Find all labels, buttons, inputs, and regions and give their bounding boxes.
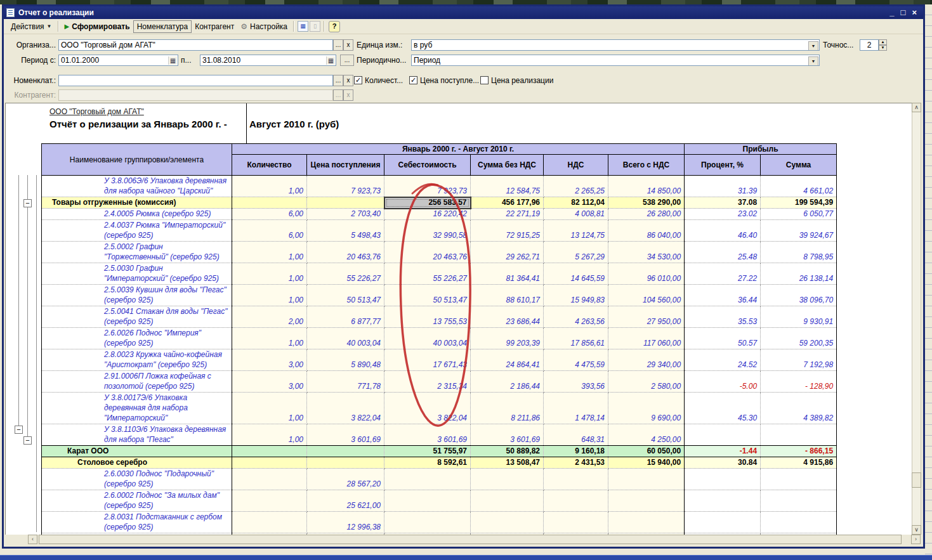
cell-pct[interactable]: 46.40 (685, 220, 761, 242)
settings-button[interactable]: ⚙ Настройка (237, 21, 291, 32)
cell-price[interactable]: 2 703,40 (307, 209, 384, 220)
generate-button[interactable]: ▶ Сформировать (62, 21, 133, 32)
cell-nds[interactable]: 4 263,56 (544, 306, 608, 328)
cell-pct[interactable]: 23.02 (685, 209, 761, 220)
cell-profit[interactable]: - 866,15 (761, 446, 837, 457)
unit-combo[interactable]: в руб ▼ (411, 39, 820, 51)
cell-sumwo[interactable]: 3 601,69 (471, 424, 544, 446)
cell-profit[interactable]: 26 138,14 (761, 263, 837, 285)
cell-price[interactable]: 40 003,04 (307, 328, 384, 349)
cell-price[interactable] (307, 197, 384, 209)
cell-profit[interactable]: - 128,90 (761, 371, 837, 393)
cell-qty[interactable] (232, 197, 307, 209)
nomenclature-picker-button[interactable]: ... (333, 75, 343, 86)
cell-cost[interactable] (384, 512, 471, 533)
cell-total[interactable]: 86 040,00 (608, 220, 685, 242)
cell-price[interactable]: 7 923,73 (307, 176, 384, 197)
cell-price[interactable]: 5 890,48 (307, 349, 384, 371)
row-name-cell[interactable]: 2.8.0031 Подстаканник с гербом (серебро … (42, 512, 232, 533)
cell-nds[interactable]: 4 008,81 (544, 209, 608, 220)
cell-total[interactable]: 4 250,00 (608, 424, 685, 446)
cell-sumwo[interactable]: 99 203,39 (471, 328, 544, 349)
cell-price[interactable]: 25 621,00 (307, 490, 384, 512)
cell-pct[interactable]: -1.44 (685, 446, 761, 457)
row-name-cell[interactable]: 2.5.0041 Стакан для воды "Пегас" (серебр… (42, 306, 232, 328)
help-button[interactable]: ? (329, 21, 340, 32)
cell-price[interactable] (307, 457, 384, 469)
cell-total[interactable]: 15 940,00 (608, 457, 685, 469)
cell-qty[interactable]: 2,00 (232, 306, 307, 328)
row-name-cell[interactable]: 2.6.0026 Поднос "Империя" (серебро 925) (42, 328, 232, 349)
titlebar[interactable]: Отчет о реализации _ □ × (4, 6, 923, 19)
copy-icon[interactable]: ▯ (310, 21, 320, 32)
cell-total[interactable]: 117 060,00 (608, 328, 685, 349)
spin-down-icon[interactable]: ▼ (879, 45, 887, 51)
cell-profit[interactable]: 59 200,35 (761, 328, 837, 349)
periodicity-combo[interactable]: Период ▼ (411, 55, 820, 66)
cell-sumwo[interactable]: 12 584,75 (471, 176, 544, 197)
cell-cost[interactable]: 20 463,76 (384, 242, 471, 263)
cell-profit[interactable]: 38 096,70 (761, 285, 837, 306)
table-settings-icon[interactable]: ▦ (298, 21, 308, 32)
cell-nds[interactable] (544, 469, 608, 490)
quantity-checkbox[interactable]: ✓ (354, 76, 362, 84)
cell-sumwo[interactable] (471, 490, 544, 512)
cell-sumwo[interactable]: 456 177,96 (471, 197, 544, 209)
cell-profit[interactable]: 199 594,39 (761, 197, 837, 209)
cell-profit[interactable]: 6 050,77 (761, 209, 837, 220)
horizontal-scrollbar[interactable]: ‹ › (5, 535, 921, 545)
cell-total[interactable]: 2 580,00 (608, 371, 685, 393)
cell-qty[interactable]: 3,00 (232, 349, 307, 371)
cell-price[interactable]: 3 822,04 (307, 393, 384, 424)
row-name-cell[interactable]: 2.5.0030 Графин "Императорский" (серебро… (42, 263, 232, 285)
price-out-checkbox[interactable] (480, 76, 489, 84)
calendar-icon[interactable]: ▦ (326, 56, 335, 65)
row-name-cell[interactable]: У 3.8.0017Э/6 Упаковка деревянная для на… (42, 393, 232, 424)
cell-pct[interactable] (685, 512, 761, 533)
cell-price[interactable]: 5 498,43 (307, 220, 384, 242)
scroll-right-button[interactable]: › (911, 535, 921, 544)
cell-price[interactable]: 6 877,77 (307, 306, 384, 328)
cell-nds[interactable]: 1 478,14 (544, 393, 608, 424)
cell-pct[interactable]: 37.08 (685, 197, 761, 209)
maximize-button[interactable]: □ (901, 8, 906, 18)
organization-field[interactable]: ООО "Торговый дом АГАТ" (58, 39, 333, 51)
cell-profit[interactable] (761, 490, 837, 512)
cell-sumwo[interactable]: 2 186,44 (471, 371, 544, 393)
cell-sumwo[interactable]: 8 211,86 (471, 393, 544, 424)
price-in-checkbox[interactable]: ✓ (409, 76, 417, 84)
precision-spinner[interactable]: 2 (860, 39, 879, 51)
cell-qty[interactable]: 1,00 (232, 328, 307, 349)
cell-total[interactable] (608, 469, 685, 490)
cell-cost[interactable]: 32 990,58 (384, 220, 471, 242)
cell-qty[interactable]: 1,00 (232, 424, 307, 446)
cell-total[interactable]: 26 280,00 (608, 209, 685, 220)
cell-cost[interactable]: 13 755,53 (384, 306, 471, 328)
cell-price[interactable]: 55 226,27 (307, 263, 384, 285)
row-name-cell[interactable]: У 3.8.110Э/6 Упаковка деревянная для наб… (42, 424, 232, 446)
row-name-cell[interactable]: 2.91.0006П Ложка кофейная с позолотой (с… (42, 371, 232, 393)
cell-pct[interactable]: 25.48 (685, 242, 761, 263)
org-link[interactable]: ООО "Торговый дом АГАТ" (49, 107, 144, 116)
cell-nds[interactable] (544, 490, 608, 512)
cell-sumwo[interactable]: 13 508,47 (471, 457, 544, 469)
cell-total[interactable]: 9 690,00 (608, 393, 685, 424)
vertical-scrollbar[interactable]: ∧ ∨ (912, 103, 921, 535)
horizontal-scroll-thumb[interactable] (39, 535, 902, 544)
actions-menu-button[interactable]: Действия ▼ (8, 21, 55, 32)
row-name-cell[interactable]: Столовое серебро (42, 457, 232, 469)
row-name-cell[interactable]: 2.6.0002 Поднос "За милых дам" (серебро … (42, 490, 232, 512)
scroll-down-button[interactable]: ∨ (912, 525, 921, 535)
cell-sumwo[interactable]: 22 271,19 (471, 209, 544, 220)
cell-qty[interactable] (232, 512, 307, 533)
period-from-field[interactable]: 01.01.2000 ▦ (58, 55, 178, 66)
cell-cost[interactable]: 256 583,57 (384, 197, 471, 209)
scroll-left-button[interactable]: ‹ (28, 535, 37, 544)
cell-profit[interactable]: 4 661,02 (761, 176, 837, 197)
cell-qty[interactable] (232, 446, 307, 457)
cell-total[interactable]: 538 290,00 (608, 197, 685, 209)
cell-total[interactable]: 27 950,00 (608, 306, 685, 328)
cell-cost[interactable]: 40 003,04 (384, 328, 471, 349)
cell-qty[interactable]: 1,00 (232, 263, 307, 285)
cell-total[interactable]: 96 010,00 (608, 263, 685, 285)
